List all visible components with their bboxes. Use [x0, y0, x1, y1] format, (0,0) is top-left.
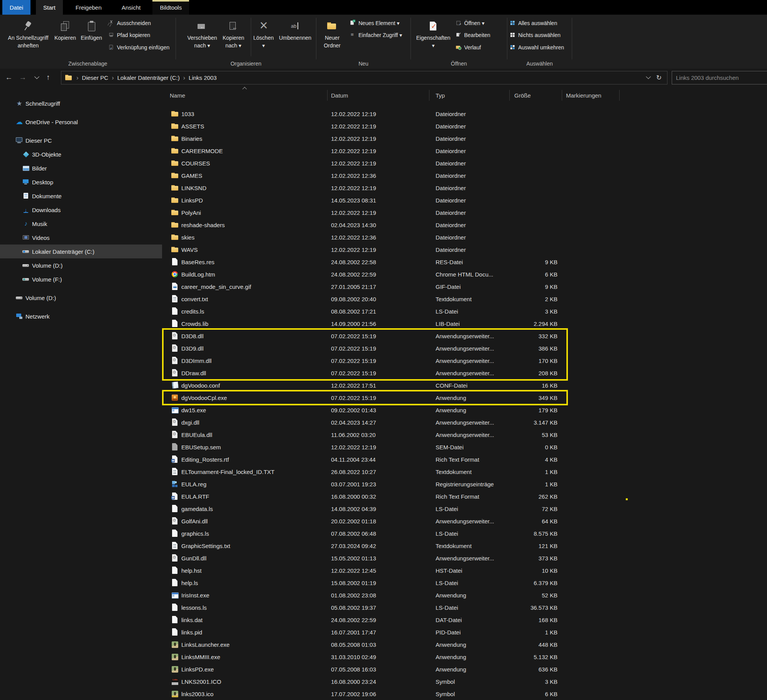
- recent-locations-chevron-icon[interactable]: [30, 69, 43, 86]
- file-row[interactable]: LNKS2001.ICO16.08.2000 23:24Symbol3 KB: [162, 675, 620, 688]
- file-row[interactable]: Editing_Rosters.rtf04.11.2004 23:44Rich …: [162, 453, 620, 466]
- sidebar-item-volume-f[interactable]: Volume (F:): [0, 272, 162, 286]
- file-row[interactable]: lnks2003.ico17.07.2002 19:06Symbol6 KB: [162, 688, 620, 700]
- file-row[interactable]: ASSETS12.02.2022 12:19Dateiordner: [162, 120, 620, 132]
- column-header-datum[interactable]: Datum: [328, 90, 429, 101]
- file-row[interactable]: dgVoodoo.conf12.02.2022 17:51CONF-Datei1…: [162, 379, 620, 391]
- tab-bildtools[interactable]: Bildtools: [152, 0, 189, 15]
- sidebar-item-downloads[interactable]: ↓Downloads: [0, 203, 162, 217]
- address-dropdown-icon[interactable]: [646, 74, 651, 79]
- sidebar-item-volume-d[interactable]: Volume (D:): [0, 258, 162, 272]
- file-row[interactable]: links.pid16.07.2001 17:47PID-Datei1 KB: [162, 626, 620, 638]
- tab-start[interactable]: Start: [36, 0, 63, 15]
- tab-freigeben[interactable]: Freigeben: [68, 0, 109, 15]
- file-row[interactable]: LINKSND12.02.2022 12:19Dateiordner: [162, 182, 620, 194]
- pin-to-quick-access-button[interactable]: An Schnellzugriffanheften: [3, 19, 53, 49]
- file-row[interactable]: CAREERMODE12.02.2022 12:19Dateiordner: [162, 145, 620, 157]
- file-row[interactable]: 103312.02.2022 12:19Dateiordner: [162, 108, 620, 120]
- file-row[interactable]: GraphicSettings.txt27.03.2024 09:42Textd…: [162, 540, 620, 552]
- sidebar-item-bilder[interactable]: Bilder: [0, 161, 162, 175]
- history-button[interactable]: Verlauf: [455, 42, 481, 53]
- file-row[interactable]: COURSES12.02.2022 12:19Dateiordner: [162, 157, 620, 169]
- file-row[interactable]: gamedata.ls14.08.2002 04:39LS-Datei72 KB: [162, 503, 620, 515]
- column-header-groesse[interactable]: Größe: [510, 90, 562, 101]
- file-row[interactable]: EBUEula.dll11.06.2002 03:20Anwendungserw…: [162, 428, 620, 441]
- search-input[interactable]: Links 2003 durchsuchen: [672, 71, 767, 84]
- file-row[interactable]: BaseRes.res24.08.2002 22:58RES-Datei9 KB: [162, 256, 620, 268]
- file-row[interactable]: dgVoodooCpl.exe07.02.2022 15:19Anwendung…: [162, 391, 620, 404]
- easy-access-button[interactable]: Einfacher Zugriff ▾: [350, 30, 402, 40]
- sidebar-item-3d-objekte[interactable]: 3D-Objekte: [0, 147, 162, 161]
- copy-path-button[interactable]: Pfad kopieren: [108, 30, 150, 40]
- file-row[interactable]: EULA.RTF16.08.2000 00:32Rich Text Format…: [162, 490, 620, 503]
- file-row[interactable]: Binaries12.02.2022 12:19Dateiordner: [162, 132, 620, 145]
- forward-button[interactable]: →: [16, 69, 29, 86]
- file-row[interactable]: lessons.ls05.08.2002 19:37LS-Datei36.573…: [162, 601, 620, 614]
- delete-button[interactable]: Löschen▾: [253, 19, 274, 49]
- file-row[interactable]: D3D8.dll07.02.2022 15:19Anwendungserweit…: [162, 330, 620, 342]
- refresh-icon[interactable]: ↻: [656, 74, 662, 82]
- paste-button[interactable]: Einfügen: [78, 19, 105, 42]
- file-row[interactable]: WAVS12.02.2022 12:19Dateiordner: [162, 243, 620, 256]
- file-row[interactable]: GunDll.dll15.05.2002 01:13Anwendungserwe…: [162, 552, 620, 564]
- file-row[interactable]: Crowds.lib14.09.2000 21:56LIB-Datei2.294…: [162, 317, 620, 330]
- sidebar-item-schnellzugriff[interactable]: ★Schnellzugriff: [0, 96, 162, 110]
- copy-to-button[interactable]: Kopierennach ▾: [220, 19, 247, 49]
- breadcrumb-item[interactable]: Lokaler Datenträger (C:): [117, 74, 180, 81]
- cut-button[interactable]: Ausschneiden: [108, 18, 151, 29]
- select-none-button[interactable]: Nichts auswählen: [509, 30, 561, 40]
- file-row[interactable]: skies12.02.2022 12:36Dateiordner: [162, 231, 620, 243]
- file-row[interactable]: LinksPD14.05.2023 08:31Dateiordner: [162, 194, 620, 206]
- file-row[interactable]: credits.ls08.08.2002 17:21LS-Datei3 KB: [162, 305, 620, 317]
- file-row[interactable]: LinksPD.exe07.05.2008 16:03Anwendung636 …: [162, 663, 620, 675]
- move-to-button[interactable]: Verschiebennach ▾: [187, 19, 217, 49]
- properties-button[interactable]: Eigenschaften▾: [415, 19, 452, 49]
- copy-button[interactable]: Kopieren: [53, 19, 77, 42]
- file-row[interactable]: GolfAni.dll20.02.2002 01:18Anwendungserw…: [162, 515, 620, 527]
- file-row[interactable]: dxgi.dll02.04.2023 14:27Anwendungserweit…: [162, 416, 620, 428]
- file-row[interactable]: EULA.reg03.07.2001 19:23Registrierungsei…: [162, 478, 620, 490]
- file-row[interactable]: career_mode_sin_curve.gif27.01.2005 21:1…: [162, 280, 620, 293]
- file-row[interactable]: graphics.ls07.08.2002 06:48LS-Datei8.575…: [162, 527, 620, 540]
- file-row[interactable]: help.ls15.08.2002 01:19LS-Datei6.379 KB: [162, 577, 620, 589]
- new-item-button[interactable]: Neues Element ▾: [350, 18, 400, 29]
- breadcrumb[interactable]: ›Dieser PC›Lokaler Datenträger (C:)›Link…: [61, 71, 667, 84]
- file-row[interactable]: EBUSetup.sem12.02.2022 12:19SEM-Datei0 K…: [162, 441, 620, 453]
- file-row[interactable]: D3DImm.dll07.02.2022 15:19Anwendungserwe…: [162, 354, 620, 367]
- file-row[interactable]: IrisInst.exe01.08.2002 23:08Anwendung52 …: [162, 589, 620, 601]
- sidebar-item-onedrive-personal[interactable]: ☁OneDrive - Personal: [0, 115, 162, 129]
- edit-button[interactable]: Bearbeiten: [455, 30, 490, 40]
- file-row[interactable]: ELTournament-Final_locked_ID.TXT26.08.20…: [162, 466, 620, 478]
- file-row[interactable]: LinksLauncher.exe08.05.2008 01:03Anwendu…: [162, 638, 620, 651]
- sidebar-item-lokaler-datentr-ger-c[interactable]: Lokaler Datenträger (C:): [0, 245, 162, 258]
- file-row[interactable]: D3D9.dll07.02.2022 15:19Anwendungserweit…: [162, 342, 620, 354]
- breadcrumb-item[interactable]: Dieser PC: [82, 74, 108, 81]
- sidebar-item-videos[interactable]: Videos: [0, 231, 162, 245]
- file-row[interactable]: BuildLog.htm24.08.2002 22:59Chrome HTML …: [162, 268, 620, 280]
- file-row[interactable]: convert.txt09.08.2002 20:40Textdokument2…: [162, 293, 620, 305]
- up-button[interactable]: ↑: [42, 69, 55, 86]
- sidebar-item-desktop[interactable]: Desktop: [0, 175, 162, 189]
- open-button[interactable]: Öffnen ▾: [455, 18, 485, 29]
- file-row[interactable]: reshade-shaders02.04.2023 14:30Dateiordn…: [162, 219, 620, 231]
- file-row[interactable]: dw15.exe09.02.2002 01:43Anwendung179 KB: [162, 404, 620, 416]
- tab-ansicht[interactable]: Ansicht: [114, 0, 148, 15]
- sidebar-item-volume-d[interactable]: Volume (D:): [0, 291, 162, 305]
- column-header-typ[interactable]: Typ: [429, 90, 510, 101]
- file-row[interactable]: PolyAni12.02.2022 12:19Dateiordner: [162, 206, 620, 219]
- file-row[interactable]: links.dat24.08.2002 22:59DAT-Datei168 KB: [162, 614, 620, 626]
- sidebar-item-netzwerk[interactable]: Netzwerk: [0, 309, 162, 323]
- column-header-markierungen[interactable]: Markierungen: [562, 90, 620, 101]
- sidebar-item-dieser-pc[interactable]: Dieser PC: [0, 133, 162, 147]
- invert-selection-button[interactable]: Auswahl umkehren: [509, 42, 564, 53]
- tab-datei[interactable]: Datei: [2, 0, 30, 15]
- new-folder-button[interactable]: NeuerOrdner: [317, 19, 347, 49]
- file-row[interactable]: GAMES12.02.2022 12:36Dateiordner: [162, 169, 620, 182]
- file-row[interactable]: help.hst12.02.2022 12:45HST-Datei10 KB: [162, 564, 620, 577]
- sidebar-item-dokumente[interactable]: Dokumente: [0, 189, 162, 203]
- breadcrumb-item[interactable]: Links 2003: [189, 74, 217, 81]
- select-all-button[interactable]: Alles auswählen: [509, 18, 557, 29]
- file-row[interactable]: DDraw.dll07.02.2022 15:19Anwendungserwei…: [162, 367, 620, 379]
- rename-button[interactable]: Umbenennen: [276, 19, 314, 42]
- column-header-name[interactable]: Name: [162, 90, 328, 101]
